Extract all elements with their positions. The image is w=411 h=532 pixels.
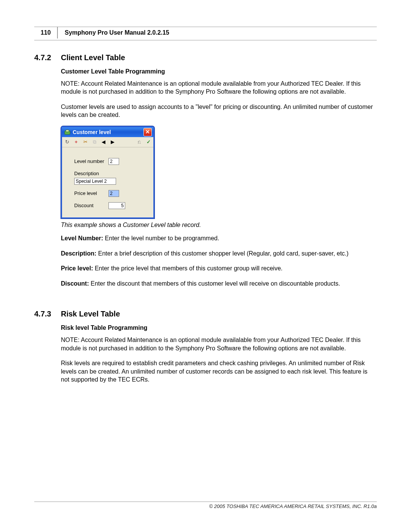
section-number: 4.7.3 <box>34 310 61 318</box>
def-label: Discount: <box>61 280 89 287</box>
section-title: Client Level Table <box>61 53 125 62</box>
label-discount: Discount <box>74 202 108 209</box>
field-discount: Discount <box>74 202 146 209</box>
dialog-body: Level number Description Price level Dis… <box>62 147 153 217</box>
add-icon[interactable]: + <box>73 139 80 145</box>
close-button[interactable]: ✕ <box>143 128 152 136</box>
document-title: Symphony Pro User Manual 2.0.2.15 <box>58 27 169 38</box>
def-description: Description: Enter a brief description o… <box>61 249 377 258</box>
undo-icon[interactable]: ⎌ <box>136 139 143 145</box>
header-bottom-rule <box>34 40 377 40</box>
subheading: Risk level Table Programming <box>61 324 377 332</box>
subheading: Customer Level Table Programming <box>61 67 377 76</box>
dialog-title: Customer level <box>73 129 143 136</box>
def-text: Enter the level number to be programmed. <box>103 235 219 241</box>
next-icon[interactable]: ▶ <box>109 139 116 145</box>
page-header: 110 Symphony Pro User Manual 2.0.2.15 <box>34 27 377 38</box>
section-473-body: Risk level Table Programming NOTE: Accou… <box>61 324 377 384</box>
section-title: Risk Level Table <box>61 310 120 318</box>
prev-icon[interactable]: ◀ <box>100 139 107 145</box>
body-paragraph: Risk levels are required to establish cr… <box>61 359 377 384</box>
label-description: Description <box>74 170 146 177</box>
page-footer: © 2005 TOSHIBA TEC AMERICA AMERICA RETAI… <box>34 502 377 509</box>
def-label: Description: <box>61 250 96 257</box>
input-description[interactable] <box>74 178 116 185</box>
figure-caption: This example shows a Customer Level tabl… <box>61 221 377 229</box>
def-text: Enter a brief description of this custom… <box>96 250 349 257</box>
def-level-number: Level Number: Enter the level number to … <box>61 234 377 243</box>
note-paragraph: NOTE: Account Related Maintenance is an … <box>61 336 377 352</box>
page-number: 110 <box>34 27 58 38</box>
dialog-titlebar: Customer level ✕ <box>62 127 153 137</box>
def-label: Price level: <box>61 265 93 272</box>
def-text: Enter the discount that members of this … <box>89 280 340 287</box>
page: 110 Symphony Pro User Manual 2.0.2.15 4.… <box>0 0 411 532</box>
section-number: 4.7.2 <box>34 53 61 62</box>
refresh-icon[interactable]: ↻ <box>64 139 70 145</box>
field-level-number: Level number <box>74 158 146 165</box>
svg-rect-1 <box>66 130 69 132</box>
label-price-level: Price level <box>74 190 108 197</box>
def-discount: Discount: Enter the discount that member… <box>61 280 377 288</box>
section-heading-473: 4.7.3 Risk Level Table <box>34 310 377 318</box>
dialog-toolbar: ↻ + ✂ ⧉ ◀ ▶ ⎌ ✓ <box>62 137 153 147</box>
def-text: Enter the price level that members of th… <box>93 265 283 272</box>
app-icon <box>64 129 70 135</box>
note-paragraph: NOTE: Account Related Maintenance is an … <box>61 80 377 96</box>
input-level-number[interactable] <box>108 158 119 165</box>
section-heading-472: 4.7.2 Client Level Table <box>34 53 377 62</box>
ok-icon[interactable]: ✓ <box>145 139 152 145</box>
customer-level-dialog: Customer level ✕ ↻ + ✂ ⧉ ◀ ▶ ⎌ ✓ Level n… <box>61 126 155 219</box>
copy-icon[interactable]: ⧉ <box>91 139 98 145</box>
input-price-level[interactable] <box>108 190 119 197</box>
label-level-number: Level number <box>74 158 108 165</box>
field-price-level: Price level <box>74 190 146 197</box>
cut-icon[interactable]: ✂ <box>82 139 89 145</box>
def-price-level: Price level: Enter the price level that … <box>61 264 377 273</box>
body-paragraph: Customer levels are used to assign accou… <box>61 103 377 119</box>
field-description: Description <box>74 170 146 185</box>
section-472-body: Customer Level Table Programming NOTE: A… <box>61 67 377 288</box>
def-label: Level Number: <box>61 235 103 241</box>
input-discount[interactable] <box>108 202 125 209</box>
